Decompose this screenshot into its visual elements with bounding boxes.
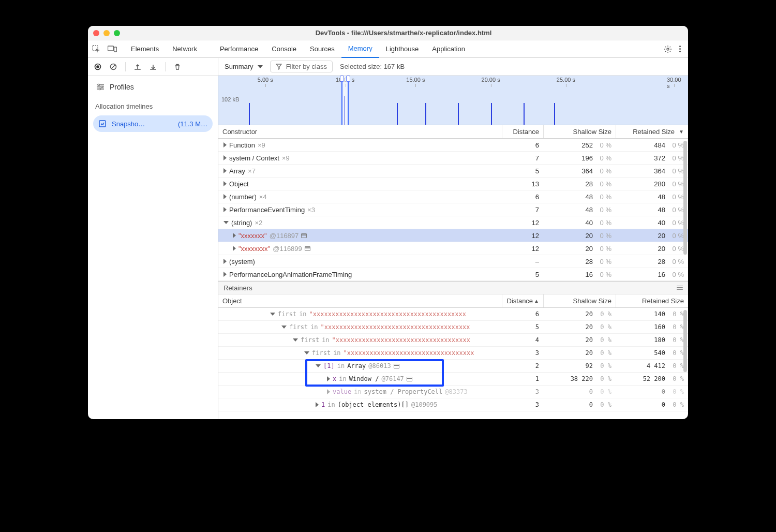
disclosure-open-icon[interactable] [316, 364, 321, 367]
sort-asc-icon: ▲ [534, 298, 539, 304]
clear-icon[interactable] [110, 63, 117, 70]
disclosure-closed-icon[interactable] [327, 376, 330, 381]
rcol-object[interactable]: Object [218, 294, 502, 307]
tick: 20.00 s [482, 77, 500, 83]
table-row[interactable]: Object13280 %2800 % [218, 178, 688, 190]
tab-performance[interactable]: Performance [213, 40, 265, 58]
disclosure-closed-icon[interactable] [223, 194, 227, 199]
timeline-selection[interactable] [341, 76, 349, 125]
col-constructor[interactable]: Constructor [218, 125, 502, 138]
rcol-retained[interactable]: Retained Size [616, 294, 688, 307]
close-icon[interactable] [93, 30, 99, 36]
gear-icon[interactable] [664, 45, 672, 53]
rcol-distance[interactable]: Distance▲ [502, 294, 543, 307]
tab-elements[interactable]: Elements [124, 40, 166, 58]
rcol-shallow[interactable]: Shallow Size [543, 294, 616, 307]
window-icon [394, 364, 399, 368]
more-icon[interactable] [679, 45, 681, 53]
allocation-timeline[interactable]: 5.00 s 10.00 s 15.00 s 20.00 s 25.00 s 3… [218, 76, 688, 125]
table-row[interactable]: Array ×753640 %3640 % [218, 165, 688, 178]
table-row[interactable]: Function ×962520 %4840 % [218, 139, 688, 152]
snapshot-item[interactable]: Snapsho… (11.3 M… [93, 115, 213, 132]
svg-rect-2 [114, 47, 117, 52]
col-retained[interactable]: Retained Size▼ [616, 125, 688, 138]
tab-application[interactable]: Application [425, 40, 472, 58]
disclosure-closed-icon[interactable] [223, 272, 227, 277]
disclosure-closed-icon[interactable] [223, 142, 227, 147]
disclosure-closed-icon[interactable] [316, 402, 319, 407]
delete-icon[interactable] [174, 63, 181, 70]
tick: 15.00 s [406, 77, 425, 83]
grid-header: Constructor Distance Shallow Size Retain… [218, 125, 688, 139]
tab-console[interactable]: Console [265, 40, 303, 58]
brush-handle-left[interactable] [340, 76, 344, 82]
minimize-icon[interactable] [103, 30, 110, 36]
table-row[interactable]: "xxxxxxx" @116897 12200 %200 % [218, 229, 688, 242]
retainer-row[interactable]: 1 in (object elements)[] @109095 300 %00… [218, 398, 688, 411]
tab-sources[interactable]: Sources [303, 40, 341, 58]
retainer-row[interactable]: first in "xxxxxxxxxxxxxxxxxxxxxxxxxxxxxx… [218, 347, 688, 360]
load-icon[interactable] [134, 63, 141, 70]
disclosure-closed-icon[interactable] [233, 233, 236, 238]
retainer-row[interactable]: x in Window / @76147 138 2200 %52 2000 % [218, 373, 688, 386]
device-toggle-icon[interactable] [108, 45, 117, 53]
table-row[interactable]: "xxxxxxxx" @116899 12200 %200 % [218, 242, 688, 255]
retainer-row[interactable]: first in "xxxxxxxxxxxxxxxxxxxxxxxxxxxxxx… [218, 308, 688, 321]
disclosure-closed-icon[interactable] [223, 168, 227, 173]
window-icon [407, 377, 412, 381]
svg-point-3 [667, 48, 669, 50]
retainer-row[interactable]: first in "xxxxxxxxxxxxxxxxxxxxxxxxxxxxxx… [218, 321, 688, 334]
scrollbar[interactable] [683, 141, 687, 255]
window-icon [301, 233, 307, 238]
retainers-rows: first in "xxxxxxxxxxxxxxxxxxxxxxxxxxxxxx… [218, 308, 688, 411]
titlebar: DevTools - file:///Users/stmarthe/x-repl… [88, 26, 688, 40]
save-icon[interactable] [150, 63, 157, 70]
window-title: DevTools - file:///Users/stmarthe/x-repl… [124, 29, 683, 37]
disclosure-open-icon[interactable] [281, 326, 287, 329]
svg-point-11 [98, 84, 100, 86]
disclosure-closed-icon[interactable] [223, 259, 227, 264]
tab-memory[interactable]: Memory [341, 40, 379, 58]
sidebar-toolbar [88, 58, 218, 76]
scrollbar[interactable] [683, 310, 687, 372]
filter-icon [276, 64, 282, 70]
window-controls [93, 30, 120, 36]
disclosure-closed-icon[interactable] [223, 181, 227, 186]
disclosure-open-icon[interactable] [304, 351, 309, 354]
profiles-label: Profiles [110, 83, 134, 91]
table-row[interactable]: (string) ×212400 %400 % [218, 216, 688, 229]
retainer-row[interactable]: first in "xxxxxxxxxxxxxxxxxxxxxxxxxxxxxx… [218, 334, 688, 347]
svg-rect-1 [108, 46, 114, 51]
disclosure-closed-icon[interactable] [223, 207, 227, 212]
sliders-icon [96, 83, 105, 91]
view-selector[interactable]: Summary [225, 63, 263, 70]
table-row[interactable]: system / Context ×971960 %3720 % [218, 152, 688, 165]
inspect-icon[interactable] [92, 45, 100, 53]
selected-size: Selected size: 167 kB [340, 63, 405, 70]
disclosure-open-icon[interactable] [270, 313, 275, 316]
tab-lighthouse[interactable]: Lighthouse [379, 40, 426, 58]
disclosure-closed-icon[interactable] [233, 246, 236, 251]
retainer-row[interactable]: value in system / PropertyCell @83373 30… [218, 386, 688, 398]
table-row[interactable]: (system)–280 %280 % [218, 255, 688, 268]
brush-handle-right[interactable] [346, 76, 350, 82]
zoom-icon[interactable] [114, 30, 120, 36]
class-filter[interactable]: Filter by class [270, 61, 333, 72]
filter-placeholder: Filter by class [286, 63, 327, 70]
table-row[interactable]: PerformanceLongAnimationFrameTiming5160 … [218, 268, 688, 281]
tab-network[interactable]: Network [166, 40, 204, 58]
retainer-row[interactable]: [1] in Array @86013 2920 %4 4120 % [218, 360, 688, 373]
sort-desc-icon: ▼ [679, 129, 684, 135]
col-distance[interactable]: Distance [502, 125, 543, 138]
disclosure-closed-icon[interactable] [327, 389, 330, 394]
disclosure-open-icon[interactable] [293, 338, 298, 342]
profiles-group[interactable]: Profiles [88, 76, 218, 94]
retainers-menu-icon[interactable] [677, 286, 683, 290]
col-shallow[interactable]: Shallow Size [543, 125, 616, 138]
table-row[interactable]: (number) ×46480 %480 % [218, 190, 688, 203]
record-icon[interactable] [94, 63, 101, 70]
svg-point-12 [101, 86, 103, 88]
table-row[interactable]: PerformanceEventTiming ×37480 %480 % [218, 203, 688, 216]
disclosure-open-icon[interactable] [223, 221, 229, 224]
disclosure-closed-icon[interactable] [223, 155, 227, 160]
